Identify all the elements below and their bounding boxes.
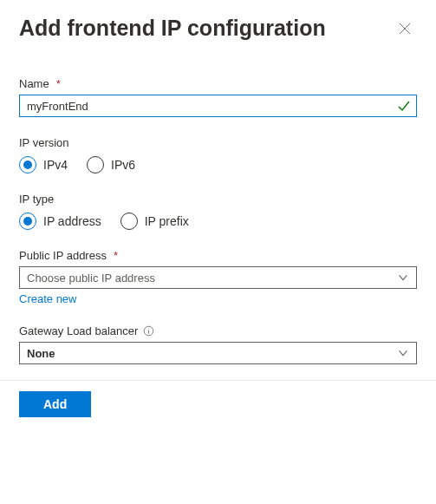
close-button[interactable] [393,16,417,41]
public-ip-label-text: Public IP address [19,249,107,262]
add-button[interactable]: Add [19,391,91,417]
gateway-lb-label-text: Gateway Load balancer [19,324,138,337]
field-ip-type: IP type IP address IP prefix [19,193,417,230]
radio-ip-prefix[interactable]: IP prefix [120,213,189,230]
panel-footer: Add [0,391,436,433]
checkmark-icon [397,99,411,113]
radio-circle-icon [120,213,138,230]
ip-type-label: IP type [19,193,417,206]
name-label-text: Name [19,77,49,90]
ip-type-radio-group: IP address IP prefix [19,213,417,230]
footer-divider [0,380,436,381]
gateway-lb-select-value: None [27,347,55,360]
chevron-down-icon [397,347,409,359]
close-icon [399,23,411,35]
ip-version-radio-group: IPv4 IPv6 [19,156,417,173]
field-name: Name* myFrontEnd [19,77,417,117]
svg-point-4 [148,328,149,329]
public-ip-select[interactable]: Choose public IP address [19,266,417,289]
radio-ip-address[interactable]: IP address [19,213,101,230]
name-input[interactable]: myFrontEnd [19,95,417,117]
create-new-link[interactable]: Create new [19,292,417,305]
field-ip-version: IP version IPv4 IPv6 [19,136,417,173]
gateway-lb-label: Gateway Load balancer [19,324,417,337]
radio-circle-icon [19,156,36,173]
radio-ipv4[interactable]: IPv4 [19,156,68,173]
radio-label-ip-address: IP address [43,214,101,228]
required-mark: * [114,249,118,262]
radio-label-ip-prefix: IP prefix [145,214,189,228]
public-ip-select-placeholder: Choose public IP address [27,272,155,285]
name-input-value: myFrontEnd [27,100,88,113]
field-public-ip: Public IP address* Choose public IP addr… [19,249,417,305]
radio-ipv6[interactable]: IPv6 [87,156,135,173]
ip-version-label: IP version [19,136,417,149]
gateway-lb-select[interactable]: None [19,342,417,364]
required-mark: * [56,77,61,90]
radio-label-ipv4: IPv4 [43,158,68,172]
panel-header: Add frontend IP configuration [19,16,417,41]
radio-circle-icon [19,213,36,230]
name-label: Name* [19,77,417,90]
radio-circle-icon [87,156,104,173]
panel-title: Add frontend IP configuration [19,16,326,41]
public-ip-label: Public IP address* [19,249,417,262]
field-gateway-lb: Gateway Load balancer None [19,324,417,364]
chevron-down-icon [397,272,409,284]
radio-label-ipv6: IPv6 [111,158,135,172]
info-icon[interactable] [143,325,154,337]
